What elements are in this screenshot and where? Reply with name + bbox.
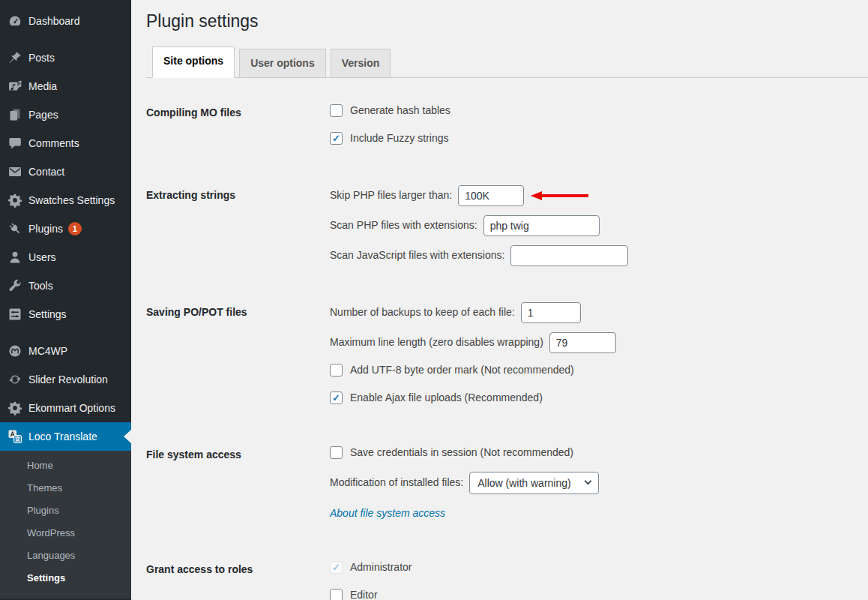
comment-icon bbox=[7, 136, 22, 151]
checkbox-label: Save credentials in session (Not recomme… bbox=[350, 446, 573, 460]
settings-section-file-system-access: File system accessSave credentials in se… bbox=[146, 444, 868, 532]
field-label: Skip PHP files larger than: bbox=[330, 188, 452, 203]
loco-translate-submenu: HomeThemesPluginsWordPressLanguagesSetti… bbox=[0, 451, 131, 598]
red-arrow-head bbox=[531, 191, 542, 200]
form-row: ✓Include Fuzzy strings bbox=[330, 130, 868, 148]
sidebar-item-label: Ekommart Options bbox=[28, 402, 115, 414]
nav-tabs: Site optionsUser optionsVersion bbox=[146, 46, 868, 78]
generate-hash-tables-checkbox[interactable] bbox=[330, 104, 343, 117]
sidebar-item-tools[interactable]: Tools bbox=[0, 272, 131, 300]
tab-site-options[interactable]: Site options bbox=[152, 46, 235, 78]
section-fields: Number of backups to keep of each file:M… bbox=[330, 302, 868, 417]
form-row: Save credentials in session (Not recomme… bbox=[330, 444, 868, 462]
sidebar-item-label: MC4WP bbox=[28, 345, 67, 357]
save-credentials-in-session-not-recommended-checkbox[interactable] bbox=[330, 446, 343, 459]
number-of-backups-to-keep-of-each-file-input[interactable] bbox=[521, 302, 581, 323]
sidebar-item-contact[interactable]: Contact bbox=[0, 158, 131, 186]
checkbox-label: Generate hash tables bbox=[350, 104, 450, 118]
checkbox-label: Enable Ajax file uploads (Recommended) bbox=[350, 391, 543, 406]
sidebar-item-label: Media bbox=[28, 80, 57, 92]
enable-ajax-file-uploads-recommended-checkbox[interactable]: ✓ bbox=[330, 392, 343, 404]
pin-icon bbox=[7, 50, 22, 65]
checkbox-label: Include Fuzzy strings bbox=[350, 131, 449, 146]
sidebar-item-posts[interactable]: Posts bbox=[0, 44, 131, 72]
field-label: Scan JavaScript files with extensions: bbox=[330, 248, 504, 263]
sidebar-item-media[interactable]: Media bbox=[0, 72, 131, 100]
form-row: ✓Enable Ajax file uploads (Recommended) bbox=[330, 389, 868, 407]
form-row: Add UTF-8 byte order mark (Not recommend… bbox=[330, 362, 868, 380]
gear-icon bbox=[7, 400, 22, 416]
sidebar-item-comments[interactable]: Comments bbox=[0, 129, 131, 158]
field-label: Scan PHP files with extensions: bbox=[330, 218, 477, 233]
sidebar-item-label: Plugins bbox=[28, 223, 63, 235]
section-label: Grant access to roles bbox=[146, 559, 330, 600]
translate-icon bbox=[7, 429, 22, 444]
sidebar-menu: DashboardPostsMediaPagesCommentsContactS… bbox=[0, 0, 131, 451]
submenu-item-themes[interactable]: Themes bbox=[0, 477, 131, 500]
checkbox-label: Editor bbox=[350, 588, 378, 600]
main-content: Plugin settings Site optionsUser options… bbox=[131, 0, 868, 600]
mc4wp-icon bbox=[7, 344, 22, 358]
submenu-item-plugins[interactable]: Plugins bbox=[0, 500, 131, 522]
sidebar-item-label: Pages bbox=[28, 109, 58, 121]
skip-php-files-larger-than-input[interactable] bbox=[458, 185, 524, 206]
about-file-system-access-link[interactable]: About file system access bbox=[330, 507, 445, 519]
sidebar-item-label: Dashboard bbox=[28, 15, 80, 27]
sidebar-item-label: Swatches Settings bbox=[28, 194, 115, 206]
page-title: Plugin settings bbox=[146, 0, 868, 33]
sidebar-item-slider-revolution[interactable]: Slider Revolution bbox=[0, 365, 131, 394]
refresh-icon bbox=[7, 372, 22, 387]
checkbox-label: Administrator bbox=[350, 560, 412, 575]
menu-separator bbox=[0, 35, 131, 44]
section-label: Saving PO/POT files bbox=[146, 302, 330, 417]
sidebar-item-pages[interactable]: Pages bbox=[0, 100, 131, 129]
sidebar-item-plugins[interactable]: Plugins1 bbox=[0, 214, 131, 243]
wrench-icon bbox=[7, 278, 22, 293]
submenu-item-languages[interactable]: Languages bbox=[0, 544, 131, 567]
sidebar-item-mc4wp[interactable]: MC4WP bbox=[0, 337, 131, 365]
update-count-badge: 1 bbox=[68, 222, 82, 236]
submenu-item-settings[interactable]: Settings bbox=[0, 567, 131, 590]
scan-php-files-with-extensions-input[interactable] bbox=[483, 215, 600, 236]
add-utf-8-byte-order-mark-not-recommended-checkbox[interactable] bbox=[330, 364, 343, 376]
red-arrow-tail bbox=[542, 194, 588, 197]
sidebar-item-ekommart-options[interactable]: Ekommart Options bbox=[0, 394, 131, 422]
sliders-icon bbox=[7, 307, 22, 322]
sidebar-item-dashboard[interactable]: Dashboard bbox=[0, 7, 131, 35]
sidebar-item-label: Comments bbox=[28, 137, 79, 149]
settings-section-extracting-strings: Extracting stringsSkip PHP files larger … bbox=[146, 184, 868, 274]
sidebar-item-label: Loco Translate bbox=[28, 430, 97, 442]
section-label: Compiling MO files bbox=[146, 102, 330, 158]
sidebar-item-label: Settings bbox=[28, 308, 67, 320]
sidebar-item-swatches-settings[interactable]: Swatches Settings bbox=[0, 186, 131, 214]
form-row: Maximum line length (zero disables wrapp… bbox=[330, 332, 868, 354]
sidebar-item-settings[interactable]: Settings bbox=[0, 300, 131, 328]
plugin-icon bbox=[7, 221, 22, 236]
include-fuzzy-strings-checkbox[interactable]: ✓ bbox=[330, 132, 343, 145]
sidebar-item-label: Users bbox=[28, 251, 56, 263]
section-fields: Skip PHP files larger than:Scan PHP file… bbox=[330, 184, 868, 274]
form-row: Number of backups to keep of each file: bbox=[330, 302, 868, 324]
settings-section-grant-access-to-roles: Grant access to roles✓AdministratorEdito… bbox=[146, 559, 868, 600]
scan-javascript-files-with-extensions-input[interactable] bbox=[510, 245, 628, 266]
editor-checkbox[interactable] bbox=[330, 589, 343, 600]
field-label: Maximum line length (zero disables wrapp… bbox=[330, 335, 543, 350]
sidebar-item-loco-translate[interactable]: Loco Translate bbox=[0, 422, 131, 451]
dashboard-icon bbox=[7, 14, 22, 28]
submenu-item-home[interactable]: Home bbox=[0, 454, 131, 477]
red-arrow-annotation bbox=[531, 191, 588, 200]
section-label: File system access bbox=[146, 444, 330, 532]
tab-user-options[interactable]: User options bbox=[239, 49, 326, 77]
tab-version[interactable]: Version bbox=[331, 49, 391, 77]
menu-separator bbox=[0, 328, 131, 337]
form-row: Scan PHP files with extensions: bbox=[330, 214, 868, 237]
modification-of-installed-files-select[interactable]: Allow (with warning) bbox=[469, 472, 599, 494]
form-row: Skip PHP files larger than: bbox=[330, 184, 868, 207]
sidebar-item-users[interactable]: Users bbox=[0, 243, 131, 272]
maximum-line-length-zero-disables-wrapping-input[interactable] bbox=[549, 332, 616, 353]
chevron-down-icon bbox=[585, 478, 592, 485]
form-row: ✓Administrator bbox=[330, 559, 868, 577]
submenu-item-wordpress[interactable]: WordPress bbox=[0, 522, 131, 544]
sidebar-item-label: Slider Revolution bbox=[28, 374, 108, 386]
media-icon bbox=[7, 79, 22, 94]
